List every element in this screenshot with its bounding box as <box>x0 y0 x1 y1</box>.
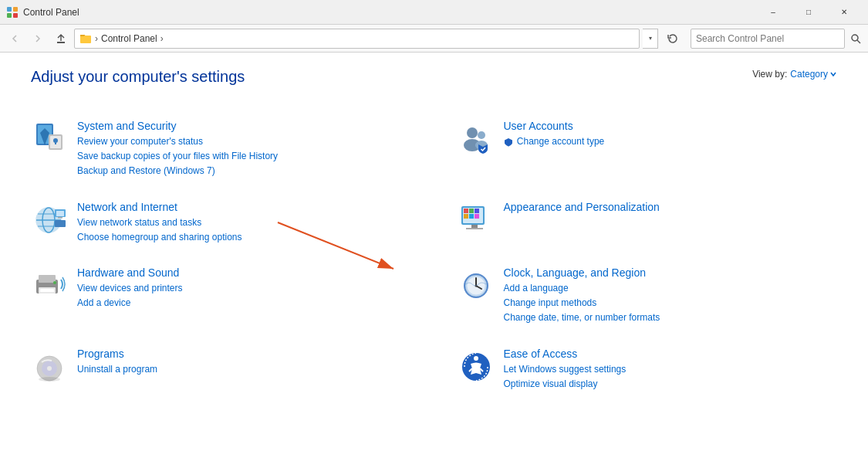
view-by-control: View by: Category <box>752 69 837 80</box>
ease-of-access-text: Ease of Access Let Windows suggest setti… <box>504 348 627 392</box>
forward-icon <box>34 35 42 42</box>
svg-rect-31 <box>475 209 479 213</box>
back-button[interactable] <box>5 29 25 49</box>
svg-rect-0 <box>7 7 12 12</box>
categories-grid: System and Security Review your computer… <box>31 115 837 396</box>
hardware-sound-text: Hardware and Sound View devices and prin… <box>77 266 183 310</box>
network-internet-link-1[interactable]: View network status and tasks <box>77 215 241 230</box>
appearance-text: Appearance and Personalization <box>504 201 660 215</box>
ease-of-access-link-1[interactable]: Let Windows suggest settings <box>504 362 627 377</box>
minimize-button[interactable]: – <box>755 0 791 25</box>
refresh-button[interactable] <box>663 29 683 49</box>
title-bar-left: Control Panel <box>6 6 79 19</box>
view-by-dropdown[interactable]: Category <box>790 69 837 80</box>
view-by-value-text: Category <box>790 69 828 80</box>
path-text: Control Panel <box>101 33 157 44</box>
category-programs[interactable]: Programs Uninstall a program <box>31 343 411 396</box>
app-icon <box>6 6 19 19</box>
programs-title[interactable]: Programs <box>77 348 157 360</box>
system-security-title[interactable]: System and Security <box>77 120 278 132</box>
user-accounts-icon <box>458 120 495 157</box>
hardware-sound-link-1[interactable]: View devices and printers <box>77 281 183 296</box>
clock-language-link-1[interactable]: Add a language <box>504 281 660 296</box>
svg-point-54 <box>474 356 478 361</box>
search-box[interactable] <box>691 29 845 49</box>
network-internet-text: Network and Internet View network status… <box>77 201 241 245</box>
clock-language-link-3[interactable]: Change date, time, or number formats <box>504 310 660 325</box>
clock-language-title[interactable]: Clock, Language, and Region <box>504 266 660 279</box>
forward-button[interactable] <box>28 29 48 49</box>
address-bar: › Control Panel › ▾ <box>0 25 868 53</box>
network-internet-link-2[interactable]: Choose homegroup and sharing options <box>77 230 241 245</box>
svg-rect-36 <box>466 228 483 229</box>
system-security-link-3[interactable]: Backup and Restore (Windows 7) <box>77 164 278 178</box>
up-icon <box>56 33 66 44</box>
category-network-internet[interactable]: Network and Internet View network status… <box>31 196 411 249</box>
network-internet-title[interactable]: Network and Internet <box>77 201 241 213</box>
user-accounts-text: User Accounts Change account type <box>504 120 605 149</box>
user-accounts-link-1[interactable]: Change account type <box>504 134 605 149</box>
search-button[interactable] <box>848 29 863 49</box>
category-hardware-sound[interactable]: Hardware and Sound View devices and prin… <box>31 262 411 331</box>
page-heading: Adjust your computer's settings <box>31 68 245 86</box>
clock-language-link-2[interactable]: Change input methods <box>504 296 660 310</box>
address-path-container[interactable]: › Control Panel › <box>74 29 640 49</box>
title-bar-controls: – □ ✕ <box>755 0 862 25</box>
maximize-button[interactable]: □ <box>791 0 826 25</box>
title-bar: Control Panel – □ ✕ <box>0 0 868 25</box>
category-appearance[interactable]: Appearance and Personalization <box>458 196 838 249</box>
programs-icon <box>31 348 68 385</box>
chevron-down-icon <box>829 70 837 78</box>
network-internet-icon <box>31 201 68 238</box>
hardware-sound-title[interactable]: Hardware and Sound <box>77 266 183 279</box>
path-arrow: › <box>160 33 164 44</box>
svg-rect-35 <box>471 225 478 228</box>
svg-rect-24 <box>56 211 64 216</box>
system-security-text: System and Security Review your computer… <box>77 120 278 179</box>
search-icon <box>850 33 861 44</box>
svg-rect-5 <box>80 36 91 43</box>
category-ease-of-access[interactable]: Ease of Access Let Windows suggest setti… <box>458 343 838 396</box>
svg-point-14 <box>467 127 478 138</box>
svg-rect-29 <box>464 209 468 213</box>
back-icon <box>11 35 19 42</box>
svg-rect-2 <box>7 13 12 18</box>
ease-of-access-title[interactable]: Ease of Access <box>504 348 627 360</box>
close-button[interactable]: ✕ <box>826 0 862 25</box>
user-accounts-title[interactable]: User Accounts <box>504 120 605 132</box>
hardware-sound-icon <box>31 266 68 304</box>
system-security-link-2[interactable]: Save backup copies of your files with Fi… <box>77 149 278 164</box>
system-security-icon <box>31 120 68 157</box>
svg-line-7 <box>857 40 860 43</box>
svg-point-16 <box>478 131 485 139</box>
clock-language-text: Clock, Language, and Region Add a langua… <box>504 266 660 326</box>
svg-rect-34 <box>475 214 479 219</box>
path-separator: › <box>95 33 98 44</box>
clock-language-icon <box>458 266 495 304</box>
programs-text: Programs Uninstall a program <box>77 348 157 377</box>
svg-rect-40 <box>40 289 54 292</box>
svg-rect-3 <box>13 13 18 18</box>
category-user-accounts[interactable]: User Accounts Change account type <box>458 115 838 184</box>
main-content: Adjust your computer's settings View by:… <box>0 53 868 458</box>
svg-rect-26 <box>55 220 66 227</box>
svg-rect-30 <box>469 209 474 213</box>
system-security-link-1[interactable]: Review your computer's status <box>77 134 278 149</box>
svg-rect-13 <box>55 141 56 144</box>
svg-rect-4 <box>57 42 65 43</box>
svg-rect-33 <box>469 214 474 219</box>
appearance-title[interactable]: Appearance and Personalization <box>504 201 660 213</box>
up-button[interactable] <box>51 29 71 49</box>
ease-of-access-link-2[interactable]: Optimize visual display <box>504 377 627 392</box>
programs-link-1[interactable]: Uninstall a program <box>77 362 157 377</box>
hardware-sound-link-2[interactable]: Add a device <box>77 296 183 310</box>
refresh-icon <box>667 33 678 44</box>
shield-small-icon <box>504 137 513 147</box>
address-dropdown-button[interactable]: ▾ <box>643 29 658 49</box>
category-clock-language[interactable]: Clock, Language, and Region Add a langua… <box>458 262 838 331</box>
category-system-security[interactable]: System and Security Review your computer… <box>31 115 411 184</box>
svg-point-52 <box>39 377 60 382</box>
ease-of-access-icon <box>458 348 495 385</box>
search-input[interactable] <box>696 33 839 44</box>
svg-point-41 <box>53 281 56 284</box>
